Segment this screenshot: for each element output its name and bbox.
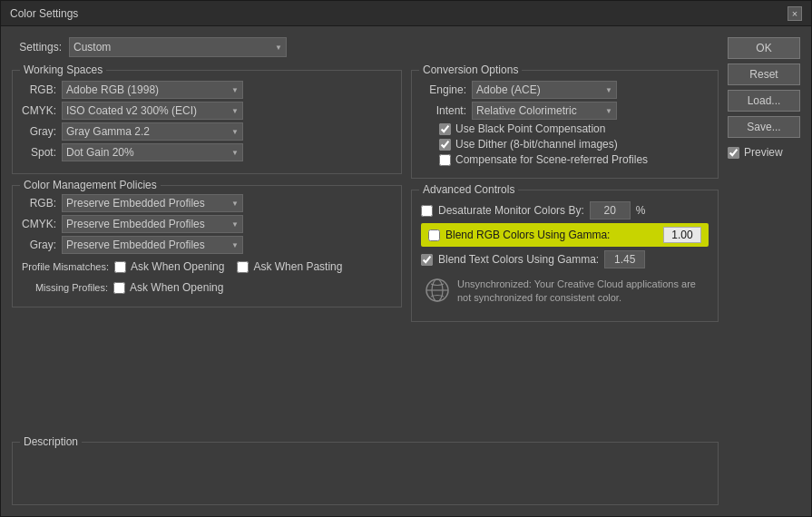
policy-cmyk-row: CMYK: Preserve Embedded Profiles <box>22 215 392 233</box>
policy-rgb-select[interactable]: Preserve Embedded Profiles <box>62 194 243 212</box>
color-management-group: Color Management Policies RGB: Preserve … <box>12 185 402 307</box>
intent-select[interactable]: Relative Colorimetric <box>472 102 617 120</box>
black-point-checkbox[interactable] <box>439 123 451 135</box>
ask-opening-1-label: Ask When Opening <box>131 260 224 273</box>
policy-cmyk-label: CMYK: <box>22 218 56 230</box>
settings-select[interactable]: Custom <box>69 37 287 57</box>
rgb-select[interactable]: Adobe RGB (1998) <box>62 81 243 99</box>
rgb-label: RGB: <box>22 83 56 96</box>
blend-rgb-label: Blend RGB Colors Using Gamma: <box>445 229 658 241</box>
engine-label: Engine: <box>421 83 466 96</box>
dither-checkbox[interactable] <box>439 139 451 151</box>
blend-rgb-checkbox[interactable] <box>428 229 440 241</box>
sync-icon <box>425 278 450 308</box>
right-panel: Conversion Options Engine: Adobe (ACE) I… <box>411 70 719 431</box>
cmyk-label: CMYK: <box>22 104 56 117</box>
title-bar: Color Settings × <box>1 1 811 26</box>
blend-text-input[interactable] <box>604 250 645 268</box>
sync-row: Unsynchronized: Your Creative Cloud appl… <box>421 274 709 312</box>
blend-text-label: Blend Text Colors Using Gamma: <box>438 253 599 266</box>
ask-opening-1-checkbox[interactable] <box>114 261 126 273</box>
engine-select[interactable]: Adobe (ACE) <box>472 81 617 99</box>
working-spaces-group: Working Spaces RGB: Adobe RGB (1998) CMY… <box>12 70 402 174</box>
gray-select[interactable]: Gray Gamma 2.2 <box>62 122 243 141</box>
preview-label: Preview <box>744 146 783 159</box>
advanced-controls-title: Advanced Controls <box>419 183 518 196</box>
description-title: Description <box>20 435 82 448</box>
conversion-options-group: Conversion Options Engine: Adobe (ACE) I… <box>411 70 719 179</box>
profile-mismatches-label: Profile Mismatches: <box>22 261 109 272</box>
engine-row: Engine: Adobe (ACE) <box>421 81 709 99</box>
gray-row: Gray: Gray Gamma 2.2 <box>22 122 392 141</box>
compensate-checkbox[interactable] <box>439 154 451 166</box>
settings-select-wrapper: Custom <box>69 37 287 57</box>
save-button[interactable]: Save... <box>728 116 800 138</box>
desaturate-label: Desaturate Monitor Colors By: <box>438 204 584 217</box>
ok-button[interactable]: OK <box>728 37 800 59</box>
settings-label: Settings: <box>12 41 62 54</box>
intent-label: Intent: <box>421 104 466 117</box>
advanced-controls-group: Advanced Controls Desaturate Monitor Col… <box>411 190 719 322</box>
two-panels: Working Spaces RGB: Adobe RGB (1998) CMY… <box>12 70 719 431</box>
black-point-row: Use Black Point Compensation <box>421 122 709 135</box>
left-panel: Working Spaces RGB: Adobe RGB (1998) CMY… <box>12 70 402 431</box>
compensate-label: Compensate for Scene-referred Profiles <box>455 153 648 166</box>
load-button[interactable]: Load... <box>728 90 800 112</box>
description-box: Description <box>12 442 719 505</box>
policy-cmyk-select[interactable]: Preserve Embedded Profiles <box>62 215 243 233</box>
spot-select[interactable]: Dot Gain 20% <box>62 143 243 161</box>
color-management-title: Color Management Policies <box>20 179 161 191</box>
blend-text-row: Blend Text Colors Using Gamma: <box>421 250 709 268</box>
desaturate-checkbox[interactable] <box>421 205 433 217</box>
spot-row: Spot: Dot Gain 20% <box>22 143 392 161</box>
button-panel: OK Reset Load... Save... Preview <box>728 37 800 505</box>
preview-checkbox[interactable] <box>728 147 739 159</box>
spot-label: Spot: <box>22 146 56 159</box>
close-button[interactable]: × <box>788 6 802 21</box>
policy-rgb-label: RGB: <box>22 197 56 210</box>
sync-text: Unsynchronized: Your Creative Cloud appl… <box>457 278 705 306</box>
ask-opening-2-row: Ask When Opening <box>113 281 223 294</box>
desaturate-input[interactable] <box>590 201 631 219</box>
policy-gray-label: Gray: <box>22 239 56 251</box>
policy-gray-row: Gray: Preserve Embedded Profiles <box>22 236 392 254</box>
ask-opening-2-label: Ask When Opening <box>130 281 223 294</box>
working-spaces-title: Working Spaces <box>20 63 106 76</box>
blend-rgb-row: Blend RGB Colors Using Gamma: <box>421 223 709 247</box>
desaturate-row: Desaturate Monitor Colors By: % <box>421 201 709 219</box>
desaturate-percent: % <box>636 204 646 217</box>
black-point-label: Use Black Point Compensation <box>455 122 605 135</box>
policy-rgb-row: RGB: Preserve Embedded Profiles <box>22 194 392 212</box>
preview-row: Preview <box>728 146 800 159</box>
settings-row: Settings: Custom <box>12 37 719 57</box>
ask-pasting-label: Ask When Pasting <box>253 260 342 273</box>
gray-label: Gray: <box>22 125 56 138</box>
reset-button[interactable]: Reset <box>728 63 800 85</box>
main-content: Settings: Custom Working Spaces RGB: <box>12 37 719 505</box>
profile-mismatches-row: Profile Mismatches: Ask When Opening Ask… <box>22 258 392 276</box>
cmyk-row: CMYK: ISO Coated v2 300% (ECI) <box>22 102 392 120</box>
dither-row: Use Dither (8-bit/channel images) <box>421 138 709 151</box>
blend-rgb-input[interactable] <box>663 227 701 243</box>
policy-gray-select[interactable]: Preserve Embedded Profiles <box>62 236 243 254</box>
missing-profiles-label: Missing Profiles: <box>22 282 108 293</box>
ask-pasting-checkbox[interactable] <box>237 261 249 273</box>
conversion-options-title: Conversion Options <box>419 63 522 76</box>
ask-opening-1-row: Ask When Opening <box>114 260 224 273</box>
rgb-row: RGB: Adobe RGB (1998) <box>22 81 392 99</box>
cmyk-select[interactable]: ISO Coated v2 300% (ECI) <box>62 102 243 120</box>
dialog-title: Color Settings <box>10 7 78 20</box>
color-settings-dialog: Color Settings × Settings: Custom <box>0 0 812 517</box>
dither-label: Use Dither (8-bit/channel images) <box>455 138 618 151</box>
ask-pasting-row: Ask When Pasting <box>237 260 342 273</box>
intent-row: Intent: Relative Colorimetric <box>421 102 709 120</box>
compensate-row: Compensate for Scene-referred Profiles <box>421 153 709 166</box>
ask-opening-2-checkbox[interactable] <box>113 282 125 294</box>
dialog-body: Settings: Custom Working Spaces RGB: <box>1 26 811 516</box>
blend-text-checkbox[interactable] <box>421 254 433 266</box>
missing-profiles-row: Missing Profiles: Ask When Opening <box>22 278 392 297</box>
